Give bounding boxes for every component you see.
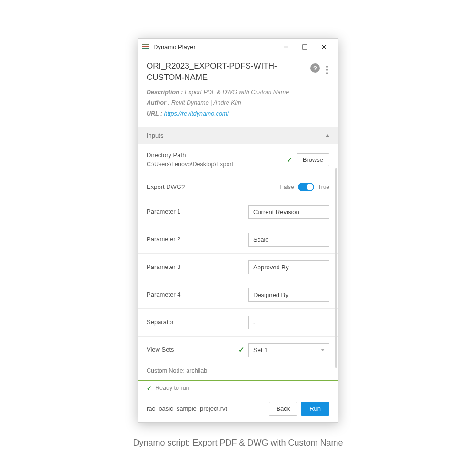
param4-input[interactable] <box>248 288 329 302</box>
viewsets-value: Set 1 <box>253 347 268 354</box>
close-button[interactable] <box>314 40 333 53</box>
viewsets-select[interactable]: Set 1 <box>248 343 329 357</box>
viewsets-label: View Sets <box>147 346 174 353</box>
svg-rect-1 <box>303 45 307 49</box>
param1-input[interactable] <box>248 205 329 219</box>
minimize-button[interactable] <box>276 40 295 53</box>
script-name: ORI_R2023_EXPORT-PDFS-WITH-CUSTOM-NAME <box>147 60 289 83</box>
field-export-dwg: Export DWG? False True <box>138 176 338 198</box>
false-label: False <box>280 184 294 190</box>
field-parameter-1: Parameter 1 <box>138 198 338 226</box>
app-icon <box>142 43 149 50</box>
browse-button[interactable]: Browse <box>297 153 329 166</box>
check-icon: ✓ <box>238 346 245 354</box>
field-parameter-2: Parameter 2 <box>138 226 338 254</box>
url-link[interactable]: https://revitdynamo.com/ <box>164 110 229 117</box>
dirpath-label: Directory Path <box>147 151 186 159</box>
scrollbar[interactable] <box>335 168 337 368</box>
inputs-label: Inputs <box>147 132 163 139</box>
custom-node-label: Custom Node: archilab <box>138 364 338 378</box>
field-parameter-3: Parameter 3 <box>138 254 338 281</box>
kebab-menu-icon[interactable] <box>325 64 329 76</box>
true-label: True <box>318 184 329 190</box>
author-value: Revit Dynamo | Andre Kim <box>171 99 241 106</box>
field-separator: Separator <box>138 309 338 337</box>
collapse-caret-icon <box>326 134 329 137</box>
exportdwg-toggle[interactable] <box>298 183 314 191</box>
dropdown-caret-icon <box>321 349 325 351</box>
run-button[interactable]: Run <box>301 402 329 416</box>
back-button[interactable]: Back <box>269 402 297 416</box>
field-directory-path: Directory Path C:\Users\Lenovo\Desktop\E… <box>138 144 338 176</box>
caption: Dynamo script: Export PDF & DWG with Cus… <box>0 438 476 448</box>
window-title: Dynamo Player <box>153 43 276 50</box>
desc-label: Description : <box>147 89 183 96</box>
footer: rac_basic_sample_project.rvt Back Run <box>138 396 338 422</box>
maximize-button[interactable] <box>295 40 314 53</box>
check-icon: ✓ <box>287 156 293 164</box>
author-label: Author : <box>147 99 170 106</box>
separator-input[interactable] <box>248 316 329 329</box>
desc-value: Export PDF & DWG with Custom Name <box>185 89 289 96</box>
inputs-section-header[interactable]: Inputs <box>138 127 338 144</box>
check-icon: ✓ <box>147 385 152 392</box>
separator-label: Separator <box>147 318 174 326</box>
param4-label: Parameter 4 <box>147 291 181 298</box>
param2-input[interactable] <box>248 233 329 247</box>
field-view-sets: View Sets ✓ Set 1 <box>138 337 338 364</box>
param1-label: Parameter 1 <box>147 208 181 215</box>
exportdwg-label: Export DWG? <box>147 183 185 190</box>
param3-input[interactable] <box>248 260 329 274</box>
param3-label: Parameter 3 <box>147 263 181 270</box>
script-metadata: Description : Export PDF & DWG with Cust… <box>147 87 329 119</box>
dirpath-value: C:\Users\Lenovo\Desktop\Export <box>147 160 233 169</box>
dynamo-player-window: Dynamo Player ORI_R2023_EXPORT-PDFS-WITH… <box>138 38 338 423</box>
param2-label: Parameter 2 <box>147 236 181 243</box>
status-row: ✓ Ready to run <box>138 381 338 396</box>
project-file: rac_basic_sample_project.rvt <box>147 405 227 412</box>
url-label: URL : <box>147 110 162 117</box>
status-text: Ready to run <box>155 385 189 391</box>
field-parameter-4: Parameter 4 <box>138 281 338 309</box>
help-icon[interactable]: ? <box>310 63 320 73</box>
titlebar: Dynamo Player <box>138 39 338 55</box>
